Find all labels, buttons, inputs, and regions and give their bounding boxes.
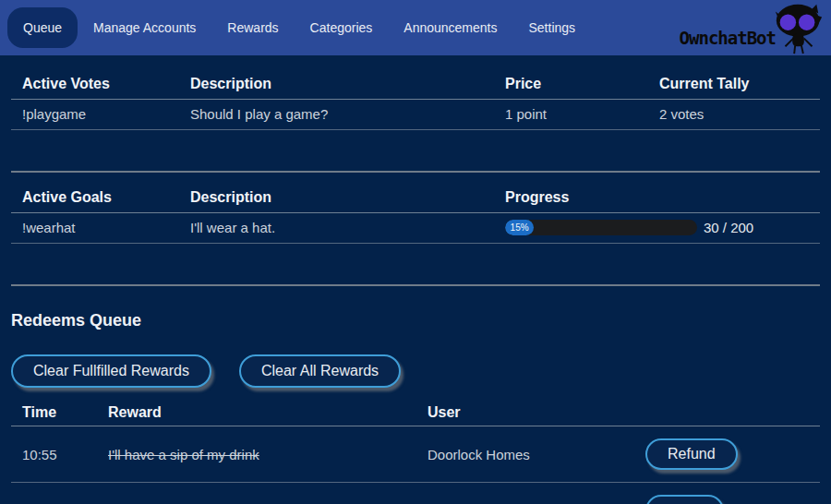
tab-rewards[interactable]: Rewards bbox=[211, 7, 294, 48]
redeem-reward: I'll have a sip of my drink bbox=[97, 426, 416, 483]
tab-categories[interactable]: Categories bbox=[295, 7, 389, 48]
redeems-toolbar: Clear Fullfilled Rewards Clear All Rewar… bbox=[11, 354, 820, 388]
votes-header-command: Active Votes bbox=[11, 72, 179, 100]
robot-mascot-icon bbox=[772, 1, 825, 54]
goals-header-progress: Progress bbox=[494, 186, 820, 213]
main-content: Active Votes Description Price Current T… bbox=[0, 55, 831, 504]
redeem-time: 10:55 bbox=[11, 426, 97, 483]
progress-percent-badge: 15% bbox=[511, 222, 529, 233]
vote-tally: 2 votes bbox=[648, 100, 820, 130]
section-divider bbox=[11, 284, 820, 286]
redeem-row: 12:10 I'll have a sip of my drink Cornel… bbox=[11, 483, 820, 504]
redeems-queue-table: Time Reward User 10:55 I'll have a sip o… bbox=[11, 402, 820, 504]
tab-settings[interactable]: Settings bbox=[512, 7, 591, 48]
app-logo-text: OwnchatBot bbox=[680, 28, 776, 48]
progress-bar-fill: 15% bbox=[505, 220, 534, 235]
redeem-reward: I'll have a sip of my drink bbox=[97, 483, 416, 504]
vote-description: Should I play a game? bbox=[179, 100, 494, 130]
redeem-time: 12:10 bbox=[11, 483, 97, 504]
top-nav: Queue Manage Accounts Rewards Categories… bbox=[0, 0, 831, 55]
redeems-header-actions bbox=[634, 402, 820, 426]
goals-header-command: Active Goals bbox=[11, 186, 179, 213]
refund-button[interactable]: Refund bbox=[645, 438, 738, 470]
redeems-header-reward: Reward bbox=[97, 402, 416, 426]
active-votes-table: Active Votes Description Price Current T… bbox=[11, 72, 820, 130]
tab-announcements[interactable]: Announcements bbox=[388, 7, 512, 48]
progress-bar-track: 15% bbox=[505, 220, 697, 235]
redeems-header-user: User bbox=[416, 402, 634, 426]
fulfill-button[interactable]: Fulfill bbox=[645, 495, 724, 504]
goal-command: !wearhat bbox=[11, 213, 179, 244]
goal-progress: 15% 30 / 200 bbox=[505, 220, 809, 235]
redeems-queue-title: Redeems Queue bbox=[11, 311, 820, 330]
goal-row: !wearhat I'll wear a hat. 15% 30 / 200 bbox=[11, 213, 820, 244]
vote-command: !playgame bbox=[11, 100, 179, 130]
goal-description: I'll wear a hat. bbox=[179, 213, 494, 244]
redeem-user: Cornelius Burns bbox=[416, 483, 634, 504]
app-logo: OwnchatBot bbox=[680, 0, 825, 55]
active-goals-table: Active Goals Description Progress !wearh… bbox=[11, 186, 820, 244]
progress-count-label: 30 / 200 bbox=[704, 220, 753, 235]
votes-header-description: Description bbox=[179, 72, 494, 100]
vote-row: !playgame Should I play a game? 1 point … bbox=[11, 100, 820, 130]
tab-queue[interactable]: Queue bbox=[7, 7, 78, 48]
redeem-user: Doorlock Homes bbox=[416, 426, 634, 483]
vote-price: 1 point bbox=[494, 100, 648, 130]
clear-fulfilled-rewards-button[interactable]: Clear Fullfilled Rewards bbox=[11, 354, 211, 388]
section-divider bbox=[11, 171, 820, 173]
votes-header-tally: Current Tally bbox=[648, 72, 820, 100]
votes-header-price: Price bbox=[494, 72, 648, 100]
goals-header-description: Description bbox=[179, 186, 494, 213]
redeem-row: 10:55 I'll have a sip of my drink Doorlo… bbox=[11, 426, 820, 483]
tab-manage-accounts[interactable]: Manage Accounts bbox=[78, 7, 211, 48]
redeems-header-time: Time bbox=[11, 402, 97, 426]
clear-all-rewards-button[interactable]: Clear All Rewards bbox=[239, 354, 401, 388]
